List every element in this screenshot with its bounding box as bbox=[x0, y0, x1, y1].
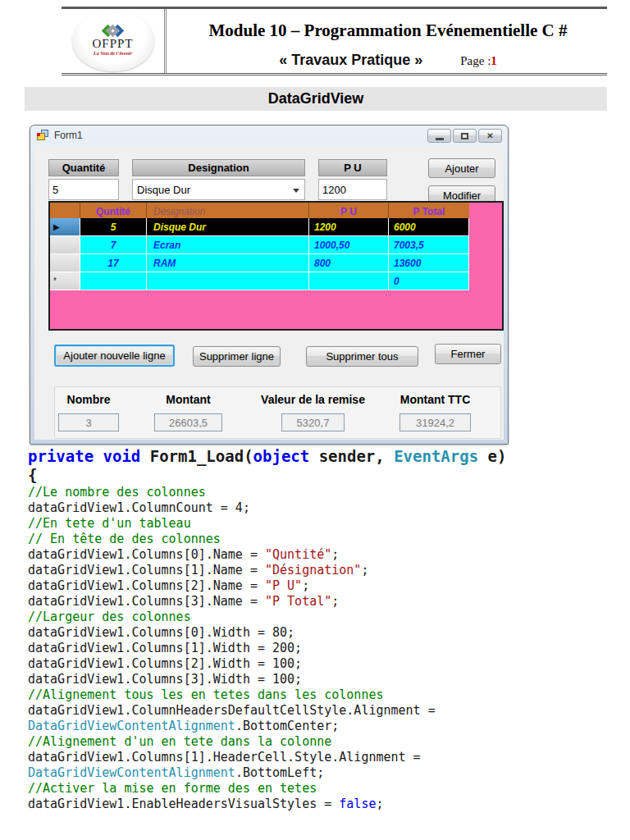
row-selector-icon[interactable]: ▶ bbox=[50, 218, 80, 236]
grid-row[interactable]: 7Ecran1000,507003,5 bbox=[50, 236, 502, 254]
column-header-pu[interactable]: P U bbox=[309, 203, 389, 218]
row-header-cell[interactable] bbox=[50, 254, 80, 272]
code-line: { bbox=[28, 466, 622, 485]
grid-cell[interactable] bbox=[147, 272, 309, 290]
pu-label: P U bbox=[318, 159, 387, 176]
grid-cell[interactable]: Ecran bbox=[147, 236, 309, 254]
code-line: //Activer la mise en forme des en tetes bbox=[28, 781, 622, 797]
grid-cell[interactable]: 1200 bbox=[309, 218, 389, 236]
column-header-quntite[interactable]: Quntité bbox=[80, 203, 147, 218]
document-page: OFPPT La Voie de l'Avenir Module 10 – Pr… bbox=[0, 0, 630, 840]
code-line: private void Form1_Load(object sender, E… bbox=[28, 447, 622, 466]
logo-brand: OFPPT bbox=[92, 37, 133, 51]
form-icon bbox=[37, 130, 49, 141]
form-client-area: Quantité Designation P U 5 Disque Dur 12… bbox=[34, 145, 504, 440]
grid-cell[interactable]: 17 bbox=[80, 254, 147, 272]
fermer-button[interactable]: Fermer bbox=[435, 344, 501, 364]
code-line: //Alignement d'un en tete dans la colonn… bbox=[28, 734, 622, 750]
code-line: dataGridView1.Columns[3].Width = 100; bbox=[28, 672, 622, 687]
new-row-icon[interactable]: * bbox=[50, 272, 80, 290]
supprimer-tous-button[interactable]: Supprimer tous bbox=[306, 346, 418, 367]
grid-cell[interactable]: 800 bbox=[309, 254, 389, 272]
code-line: dataGridView1.Columns[0].Name = "Quntité… bbox=[28, 547, 622, 563]
page-indicator: Page :1 bbox=[460, 54, 497, 68]
nombre-value: 3 bbox=[58, 413, 119, 431]
grid-cell[interactable] bbox=[309, 272, 389, 290]
code-line: dataGridView1.Columns[1].Name = "Désigna… bbox=[28, 563, 622, 578]
montant-label: Montant bbox=[166, 393, 210, 406]
pu-input[interactable]: 1200 bbox=[318, 179, 387, 200]
grid-cell[interactable]: 13600 bbox=[389, 254, 469, 272]
ofppt-logo: OFPPT La Voie de l'Avenir bbox=[72, 11, 154, 71]
grid-row[interactable]: 17RAM80013600 bbox=[50, 254, 502, 272]
designation-combobox[interactable]: Disque Dur bbox=[132, 179, 305, 200]
code-line: dataGridView1.ColumnCount = 4; bbox=[28, 500, 622, 516]
close-button[interactable]: ✕ bbox=[478, 129, 502, 143]
logo-cell: OFPPT La Voie de l'Avenir bbox=[62, 9, 167, 73]
remise-label: Valeur de la remise bbox=[261, 393, 365, 406]
window-title: Form1 bbox=[54, 130, 83, 141]
quantite-input[interactable]: 5 bbox=[48, 179, 119, 200]
code-line: dataGridView1.Columns[1].HeaderCell.Styl… bbox=[28, 750, 622, 765]
grid-cell[interactable]: 5 bbox=[80, 218, 147, 236]
datagridview[interactable]: Quntité Désignation P U P Total ▶5Disque… bbox=[48, 201, 504, 331]
row-header-cell[interactable] bbox=[50, 236, 80, 254]
code-line: // En tête de des colonnes bbox=[28, 532, 622, 547]
doc-title-cell: Module 10 – Programmation Evénementielle… bbox=[169, 9, 607, 73]
grid-rows: ▶5Disque Dur120060007Ecran1000,507003,51… bbox=[50, 218, 502, 290]
code-line: //Le nombre des colonnes bbox=[28, 485, 622, 500]
dropdown-arrow-icon[interactable] bbox=[293, 189, 299, 193]
grid-cell[interactable]: Disque Dur bbox=[147, 218, 309, 236]
grid-cell[interactable]: 7 bbox=[80, 236, 147, 254]
column-header-designation[interactable]: Désignation bbox=[147, 203, 309, 218]
close-icon: ✕ bbox=[486, 132, 493, 140]
code-line: dataGridView1.Columns[2].Width = 100; bbox=[28, 656, 622, 672]
remise-value: 5320,7 bbox=[281, 413, 345, 431]
module-title: Module 10 – Programmation Evénementielle… bbox=[169, 21, 607, 41]
doc-header: OFPPT La Voie de l'Avenir Module 10 – Pr… bbox=[62, 7, 607, 75]
code-line: //Alignement tous les en tetes dans les … bbox=[28, 687, 622, 703]
grid-cell[interactable]: 6000 bbox=[389, 218, 469, 236]
code-line: dataGridView1.Columns[2].Name = "P U"; bbox=[28, 578, 622, 594]
code-line: dataGridView1.Columns[1].Width = 200; bbox=[28, 641, 622, 656]
grid-header-row: Quntité Désignation P U P Total bbox=[50, 203, 502, 218]
grid-row[interactable]: ▶5Disque Dur12006000 bbox=[50, 218, 502, 236]
ofppt-diamonds-icon bbox=[103, 26, 122, 35]
code-line: dataGridView1.EnableHeadersVisualStyles … bbox=[28, 797, 622, 812]
page-number: 1 bbox=[491, 54, 497, 67]
code-line: //Largeur des colonnes bbox=[28, 609, 622, 625]
code-line: //En tete d'un tableau bbox=[28, 516, 622, 532]
grid-row[interactable]: *0 bbox=[50, 272, 502, 290]
logo-tagline: La Voie de l'Avenir bbox=[94, 51, 132, 56]
ajouter-nouvelle-ligne-button[interactable]: Ajouter nouvelle ligne bbox=[54, 345, 175, 367]
section-title: DataGridView bbox=[25, 87, 607, 111]
code-line: dataGridView1.ColumnHeadersDefaultCellSt… bbox=[28, 703, 622, 719]
minimize-button[interactable] bbox=[427, 129, 451, 143]
maximize-icon bbox=[461, 133, 468, 139]
grid-corner-cell[interactable] bbox=[50, 203, 80, 218]
ttc-label: Montant TTC bbox=[400, 393, 471, 406]
code-line: dataGridView1.Columns[3].Name = "P Total… bbox=[28, 594, 622, 609]
grid-cell[interactable]: 1000,50 bbox=[309, 236, 389, 254]
code-line: DataGridViewContentAlignment.BottomLeft; bbox=[28, 765, 622, 781]
supprimer-ligne-button[interactable]: Supprimer ligne bbox=[193, 346, 281, 367]
ajouter-button[interactable]: Ajouter bbox=[428, 158, 495, 178]
form1-window: Form1 ✕ Quantité Designation P U 5 Disqu… bbox=[30, 125, 509, 445]
grid-cell[interactable] bbox=[80, 272, 147, 290]
code-block: private void Form1_Load(object sender, E… bbox=[28, 447, 622, 812]
quantite-label: Quantité bbox=[48, 159, 119, 176]
titlebar[interactable]: Form1 ✕ bbox=[30, 126, 508, 145]
totals-panel: Nombre 3 Montant 26603,5 Valeur de la re… bbox=[54, 386, 501, 439]
doc-subtitle: « Travaux Pratique » bbox=[279, 52, 422, 69]
code-line: DataGridViewContentAlignment.BottomCente… bbox=[28, 719, 622, 734]
nombre-label: Nombre bbox=[67, 393, 111, 406]
column-header-ptotal[interactable]: P Total bbox=[389, 203, 469, 218]
grid-cell[interactable]: 0 bbox=[389, 272, 469, 290]
grid-cell[interactable]: 7003,5 bbox=[389, 236, 469, 254]
minimize-icon bbox=[436, 138, 444, 140]
grid-cell[interactable]: RAM bbox=[147, 254, 309, 272]
ttc-value: 31924,2 bbox=[399, 413, 471, 431]
designation-value: Disque Dur bbox=[137, 184, 190, 196]
code-line: dataGridView1.Columns[0].Width = 80; bbox=[28, 625, 622, 641]
maximize-button[interactable] bbox=[453, 129, 477, 143]
